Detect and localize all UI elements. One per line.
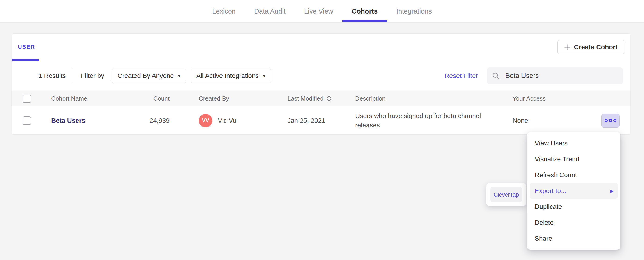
caret-down-icon: ▾ xyxy=(178,73,180,79)
nav-tabs: Lexicon Data Audit Live View Cohorts Int… xyxy=(0,0,644,22)
cohort-name-link[interactable]: Beta Users xyxy=(51,117,85,124)
column-header-count: Count xyxy=(100,91,170,106)
cohort-count: 24,939 xyxy=(100,106,170,135)
menu-item-export-to[interactable]: Export to... ▶ xyxy=(530,183,618,199)
dot-icon xyxy=(604,119,608,122)
nav-tab-lexicon[interactable]: Lexicon xyxy=(203,0,245,22)
caret-down-icon: ▾ xyxy=(263,73,265,79)
select-all-checkbox-cell xyxy=(23,91,31,106)
description-cell: Users who have signed up for beta channe… xyxy=(355,106,488,135)
active-tab-underline xyxy=(12,59,39,61)
row-checkbox[interactable] xyxy=(23,116,31,125)
divider xyxy=(71,68,71,83)
nav-tab-data-audit[interactable]: Data Audit xyxy=(245,0,295,22)
plus-icon xyxy=(564,44,570,50)
column-header-cohort-name: Cohort Name xyxy=(51,91,87,106)
menu-item-delete[interactable]: Delete xyxy=(530,215,618,230)
filter-bar: 1 Results Filter by Created By Anyone ▾ … xyxy=(12,60,630,91)
menu-item-refresh-count[interactable]: Refresh Count xyxy=(530,167,618,183)
integrations-dropdown-value: All Active Integrations xyxy=(196,72,259,80)
filter-by-label: Filter by xyxy=(81,72,104,80)
menu-item-duplicate[interactable]: Duplicate xyxy=(530,199,618,215)
select-all-checkbox[interactable] xyxy=(23,94,31,103)
column-header-description: Description xyxy=(355,91,386,106)
row-context-menu: View Users Visualize Trend Refresh Count… xyxy=(527,132,620,250)
nav-tab-integrations[interactable]: Integrations xyxy=(387,0,441,22)
column-header-last-modified[interactable]: Last Modified xyxy=(288,91,332,106)
search-box[interactable] xyxy=(487,68,623,84)
created-by-dropdown[interactable]: Created By Anyone ▾ xyxy=(112,68,186,83)
menu-item-share[interactable]: Share xyxy=(530,230,618,246)
results-count: 1 Results xyxy=(38,72,66,80)
last-modified-label: Last Modified xyxy=(288,95,324,102)
nav-tab-cohorts[interactable]: Cohorts xyxy=(342,0,387,22)
row-checkbox-cell xyxy=(23,106,31,135)
tab-user[interactable]: USER xyxy=(18,44,35,50)
sort-icon xyxy=(326,96,332,102)
page-background: Lexicon Data Audit Live View Cohorts Int… xyxy=(0,0,644,260)
more-actions-button[interactable] xyxy=(601,114,620,128)
create-cohort-button[interactable]: Create Cohort xyxy=(557,40,624,54)
create-cohort-label: Create Cohort xyxy=(574,44,618,51)
created-by-cell: VV Vic Vu xyxy=(199,106,236,135)
cohorts-card: USER Create Cohort 1 Results Filter by C… xyxy=(12,34,630,135)
dot-icon xyxy=(609,119,612,122)
column-header-created-by: Created By xyxy=(199,91,229,106)
top-nav: Lexicon Data Audit Live View Cohorts Int… xyxy=(0,0,644,23)
submenu-arrow-icon: ▶ xyxy=(610,188,614,194)
created-by-dropdown-value: Created By Anyone xyxy=(118,72,174,80)
menu-item-visualize-trend[interactable]: Visualize Trend xyxy=(530,151,618,167)
cohort-type-tabs: USER Create Cohort xyxy=(12,34,630,60)
your-access-value: None xyxy=(512,106,528,135)
menu-item-view-users[interactable]: View Users xyxy=(530,135,618,151)
dot-icon xyxy=(614,119,616,122)
reset-filter-link[interactable]: Reset Filter xyxy=(444,72,478,80)
integrations-dropdown[interactable]: All Active Integrations ▾ xyxy=(190,68,271,83)
search-icon xyxy=(492,72,500,80)
submenu-item-clevertap[interactable]: CleverTap xyxy=(490,187,522,202)
export-submenu: CleverTap xyxy=(486,183,526,206)
last-modified-value: Jan 25, 2021 xyxy=(288,106,325,135)
description-text: Users who have signed up for beta channe… xyxy=(355,111,488,130)
created-by-name: Vic Vu xyxy=(218,117,236,124)
table-header-row: Cohort Name Count Created By Last Modifi… xyxy=(12,91,630,106)
nav-tab-live-view[interactable]: Live View xyxy=(295,0,342,22)
column-header-your-access: Your Access xyxy=(512,91,546,106)
avatar: VV xyxy=(199,114,212,128)
table-row: Beta Users 24,939 VV Vic Vu Jan 25, 2021… xyxy=(12,106,630,135)
search-input[interactable] xyxy=(505,72,613,80)
more-actions-cell xyxy=(601,106,620,135)
export-to-label: Export to... xyxy=(535,187,566,195)
